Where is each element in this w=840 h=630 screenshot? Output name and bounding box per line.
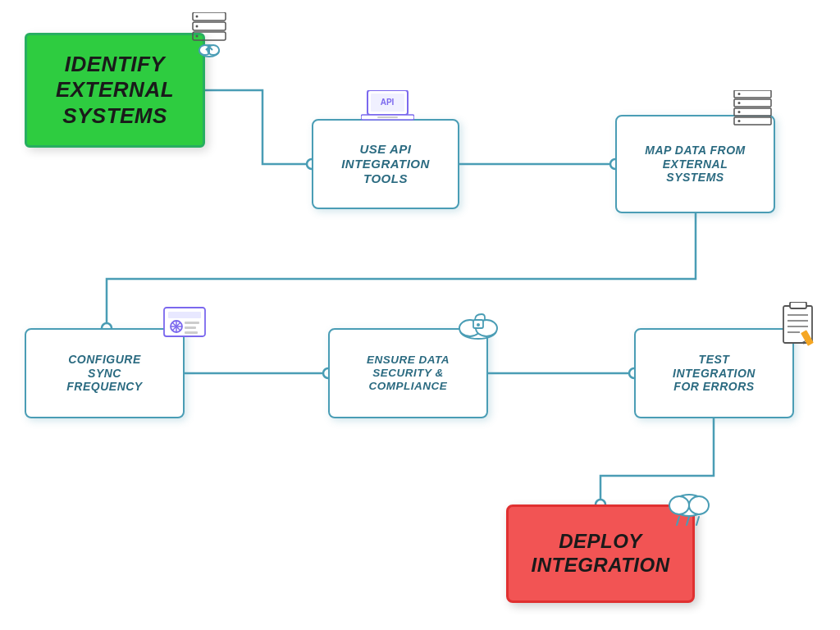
svg-line-56 [687, 517, 689, 525]
svg-line-57 [696, 517, 699, 525]
svg-point-43 [477, 323, 480, 326]
security-node: ENSURE DATA SECURITY & COMPLIANCE [328, 328, 488, 418]
svg-point-11 [196, 35, 199, 38]
svg-point-54 [689, 496, 709, 514]
server-icon [730, 90, 775, 127]
svg-point-22 [738, 93, 741, 95]
sync-label: CONFIGURE SYNC FREQUENCY [66, 353, 142, 394]
svg-point-9 [196, 25, 199, 28]
test-label: TEST INTEGRATION FOR ERRORS [673, 353, 756, 394]
test-icon [779, 302, 816, 347]
svg-line-55 [677, 517, 679, 525]
svg-rect-38 [185, 331, 198, 334]
svg-rect-36 [185, 322, 199, 324]
api-label: USE API INTEGRATION TOOLS [341, 142, 430, 186]
gear-sync-icon [160, 304, 209, 340]
svg-point-53 [669, 496, 689, 514]
svg-rect-37 [185, 326, 196, 329]
svg-rect-30 [168, 312, 201, 318]
map-node: MAP DATA FROM EXTERNAL SYSTEMS [615, 115, 775, 213]
api-node: USE API INTEGRATION TOOLS [312, 119, 459, 209]
svg-text:API: API [381, 98, 395, 107]
deploy-icon [664, 482, 714, 527]
deploy-label: DEPLOY INTEGRATION [531, 530, 669, 578]
svg-rect-20 [377, 116, 398, 118]
test-node: TEST INTEGRATION FOR ERRORS [634, 328, 794, 418]
security-label: ENSURE DATA SECURITY & COMPLIANCE [367, 354, 450, 394]
map-label: MAP DATA FROM EXTERNAL SYSTEMS [645, 144, 745, 185]
identify-label: IDENTIFY EXTERNAL SYSTEMS [56, 52, 174, 129]
api-icon: API [361, 90, 414, 127]
security-icon [454, 299, 503, 340]
svg-rect-45 [790, 302, 806, 308]
diagram-container: IDENTIFY EXTERNAL SYSTEMS USE API INTEGR… [0, 0, 840, 630]
svg-point-7 [196, 16, 199, 18]
svg-point-26 [738, 111, 741, 113]
svg-point-24 [738, 102, 741, 104]
svg-point-28 [738, 120, 741, 122]
cloud-upload-icon [185, 12, 234, 57]
sync-node: CONFIGURE SYNC FREQUENCY [25, 328, 185, 418]
identify-node: IDENTIFY EXTERNAL SYSTEMS [25, 33, 205, 148]
